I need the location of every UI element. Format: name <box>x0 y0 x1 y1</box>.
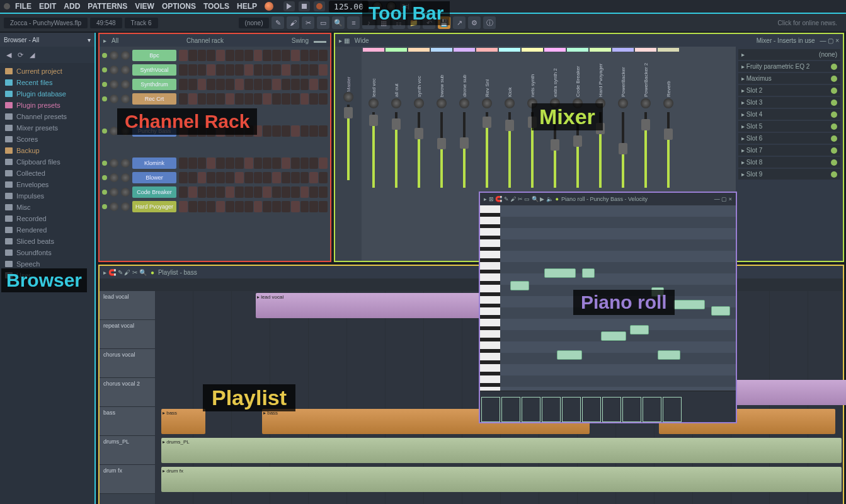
strip-pan-knob[interactable] <box>437 98 447 108</box>
playlist-clip[interactable]: ▸ drum fx <box>161 467 842 492</box>
master-pan-knob[interactable] <box>343 92 353 102</box>
step-cell[interactable] <box>226 158 234 169</box>
playlist-clip[interactable]: ▸ bass <box>161 409 205 434</box>
tool-brush-icon[interactable]: 🖌 <box>287 16 299 29</box>
step-cell[interactable] <box>319 158 328 169</box>
strip-pan-knob[interactable] <box>505 98 515 108</box>
step-cell[interactable] <box>235 158 244 169</box>
browser-refresh-icon[interactable]: ⟳ <box>18 51 23 59</box>
step-cell[interactable] <box>272 201 281 212</box>
step-cell[interactable] <box>216 158 225 169</box>
step-cell[interactable] <box>188 79 197 90</box>
step-cell[interactable] <box>179 158 188 169</box>
step-cell[interactable] <box>291 125 300 137</box>
step-cell[interactable] <box>179 201 188 212</box>
step-cell[interactable] <box>319 50 328 61</box>
step-cell[interactable] <box>272 93 281 105</box>
step-cell[interactable] <box>188 93 197 105</box>
step-cell[interactable] <box>309 158 318 169</box>
strip-pan-knob[interactable] <box>459 98 469 108</box>
step-cell[interactable] <box>319 64 328 76</box>
step-cell[interactable] <box>282 158 290 169</box>
step-cell[interactable] <box>282 186 290 198</box>
strip-pan-knob[interactable] <box>414 98 424 108</box>
channel-vol-knob[interactable] <box>121 159 130 168</box>
step-cell[interactable] <box>226 201 234 212</box>
menu-edit[interactable]: EDIT <box>37 1 59 12</box>
step-cell[interactable] <box>309 79 318 90</box>
step-cell[interactable] <box>188 186 197 198</box>
step-cell[interactable] <box>272 125 281 137</box>
channel-led-icon[interactable] <box>102 190 107 195</box>
mixer-strip-1[interactable]: all out <box>386 48 407 260</box>
step-cell[interactable] <box>263 186 272 198</box>
insert-slot-3[interactable]: ▸ Slot 3 <box>738 97 840 108</box>
insert-slot-1[interactable]: ▸ Maximus <box>738 73 840 84</box>
step-cell[interactable] <box>198 79 207 90</box>
browser-item-9[interactable]: Collected <box>0 168 94 179</box>
channel-pan-knob[interactable] <box>110 188 118 197</box>
channel-vol-knob[interactable] <box>121 80 130 89</box>
browser-item-15[interactable]: Sliced beats <box>0 236 94 247</box>
tool-zoom-icon[interactable]: 🔍 <box>332 16 345 29</box>
playlist-track-0[interactable]: lead vocal <box>100 291 155 320</box>
step-cell[interactable] <box>300 64 309 76</box>
browser-item-16[interactable]: Soundfonts <box>0 247 94 258</box>
step-cell[interactable] <box>188 201 197 212</box>
step-cell[interactable] <box>226 64 234 76</box>
playlist-track-1[interactable]: repeat vocal <box>100 320 155 349</box>
strip-fader[interactable] <box>395 112 397 188</box>
step-cell[interactable] <box>291 172 300 183</box>
channel-group[interactable]: All <box>111 37 118 44</box>
channel-led-icon[interactable] <box>102 204 107 209</box>
strip-fader[interactable] <box>486 112 488 188</box>
piano-note[interactable] <box>557 350 582 360</box>
step-cell[interactable] <box>291 50 300 61</box>
channel-name-button[interactable]: Blower <box>132 172 176 183</box>
step-cell[interactable] <box>309 64 318 76</box>
step-cell[interactable] <box>188 172 197 183</box>
step-cell[interactable] <box>300 158 309 169</box>
channel-name-button[interactable]: Bpc <box>132 50 176 61</box>
strip-fader[interactable] <box>463 112 466 188</box>
insert-slot-4[interactable]: ▸ Slot 4 <box>738 109 840 120</box>
piano-note[interactable] <box>673 300 705 309</box>
step-cell[interactable] <box>254 93 263 105</box>
step-cell[interactable] <box>198 64 207 76</box>
piano-note[interactable] <box>544 268 576 278</box>
slot-led-icon[interactable] <box>831 88 837 94</box>
playlist-track-3[interactable]: chorus vocal 2 <box>100 378 155 407</box>
step-cell[interactable] <box>235 201 244 212</box>
piano-note[interactable] <box>601 331 626 341</box>
step-cell[interactable] <box>254 172 263 183</box>
step-cell[interactable] <box>235 186 244 198</box>
strip-fader[interactable] <box>418 112 420 188</box>
playlist-track-2[interactable]: chorus vocal <box>100 349 155 378</box>
channel-led-icon[interactable] <box>102 161 107 166</box>
step-cell[interactable] <box>216 201 225 212</box>
step-cell[interactable] <box>309 50 318 61</box>
browser-item-7[interactable]: Backup <box>0 145 94 156</box>
channel-vol-knob[interactable] <box>121 66 130 74</box>
news-ticker[interactable]: Click for online news. <box>778 20 837 26</box>
step-cell[interactable] <box>254 64 263 76</box>
step-cell[interactable] <box>207 93 215 105</box>
step-cell[interactable] <box>254 201 263 212</box>
step-cell[interactable] <box>254 50 263 61</box>
slot-led-icon[interactable] <box>831 147 837 154</box>
velocity-bar[interactable] <box>622 397 641 422</box>
channel-row-2[interactable]: Synthdrum <box>102 78 328 91</box>
step-cell[interactable] <box>179 93 188 105</box>
tool-select-icon[interactable]: ▭ <box>317 16 329 29</box>
mixer-strip-3[interactable]: bwow sub <box>431 48 452 260</box>
step-cell[interactable] <box>319 93 328 105</box>
menu-options[interactable]: OPTIONS <box>159 1 198 12</box>
step-cell[interactable] <box>263 79 272 90</box>
browser-item-10[interactable]: Envelopes <box>0 179 94 190</box>
insert-slot-0[interactable]: ▸ Fruity parametric EQ 2 <box>738 61 840 72</box>
step-cell[interactable] <box>300 125 309 137</box>
channel-row-3[interactable]: Rec Crt <box>102 93 328 105</box>
step-cell[interactable] <box>216 172 225 183</box>
stop-button[interactable] <box>299 1 310 11</box>
playlist-clip[interactable]: ▸ drums_PL <box>161 438 842 463</box>
